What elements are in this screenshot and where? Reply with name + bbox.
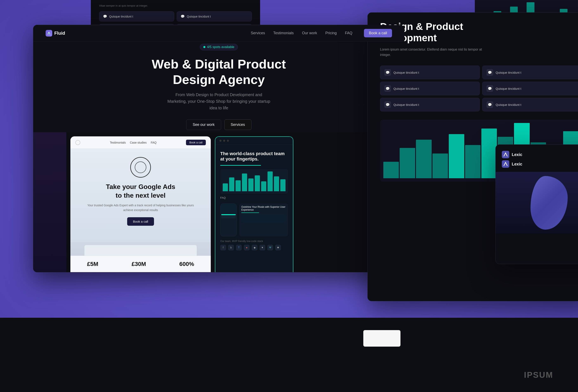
stats-bar: £5M £30M 600%	[70, 256, 211, 272]
portfolio-card-partial-left	[33, 132, 66, 272]
portfolio-card-google-ads: Testimonials Case studies FAQ Book a cal…	[70, 136, 211, 272]
chat-item: 💬 Quisque tincidunt t	[177, 11, 252, 21]
phone-card-desc: Outshine Your Rivals with Superior User …	[241, 206, 286, 211]
see-work-button[interactable]: See our work	[186, 120, 221, 130]
item-text: Quisque tincidunt t	[496, 87, 521, 90]
svg-rect-1	[502, 160, 509, 168]
lexic-logo-text-1: Lexic	[512, 152, 522, 157]
card-nav-faq: FAQ	[151, 141, 156, 144]
item-text: Quisque tincidunt t	[393, 71, 419, 74]
svg-rect-0	[502, 151, 509, 158]
services-button[interactable]: Services	[224, 120, 251, 130]
card-nav-cta[interactable]: Book a call	[186, 140, 206, 145]
bottom-section: IPSUM	[0, 318, 578, 392]
tech-icon: Ψ	[267, 245, 273, 251]
tech-icon: ◆	[252, 245, 257, 251]
portfolio-card-product-team: The world-class product team at your fin…	[215, 136, 293, 272]
bottom-ipsum-text: IPSUM	[524, 370, 553, 380]
hero-section: 4/5 spots available Web & Digital Produc…	[33, 42, 404, 132]
availability-badge: 4/5 spots available	[200, 44, 238, 50]
nav-links: Services Testimonials Our work Pricing F…	[251, 29, 392, 37]
hero-subtitle: From Web Design to Product Development a…	[167, 91, 270, 111]
list-item: 💬 Quisque tincidunt t	[380, 98, 480, 111]
card-nav: Testimonials Case studies FAQ Book a cal…	[70, 136, 211, 149]
right-card-title: The world-class product team at your fin…	[220, 151, 288, 162]
nav-our-work[interactable]: Our work	[302, 31, 317, 35]
tech-icon: ✱	[275, 245, 281, 251]
item-icon: 💬	[384, 101, 391, 108]
second-window-desc: Lorem ipsum amet consectetur. Eleifend d…	[380, 47, 483, 57]
list-item: 💬 Quisque tincidunt t	[380, 66, 480, 79]
tech-stack-label: Our team, MVP friendly low-code stack	[220, 240, 288, 243]
lexic-hero-image	[496, 172, 578, 234]
item-text: Quisque tincidunt t	[496, 103, 521, 106]
right-card-chart	[220, 169, 288, 194]
item-icon: 💬	[384, 85, 391, 92]
card-nav-case-studies: Case studies	[130, 141, 146, 144]
card-desc: Your trusted Google Ads Expert with a tr…	[83, 203, 198, 212]
second-window-items-grid: 💬 Quisque tincidunt t 💬 Quisque tincidun…	[368, 61, 578, 116]
portfolio-section: Testimonials Case studies FAQ Book a cal…	[33, 132, 404, 272]
tech-icon: ▼	[259, 245, 265, 251]
nav-faq[interactable]: FAQ	[345, 31, 352, 35]
card-cta-button[interactable]: Book a call	[127, 217, 154, 226]
lexic-logo-icon-1	[502, 151, 509, 158]
lexic-decorative-shape	[530, 176, 568, 230]
teal-divider	[220, 165, 261, 166]
main-browser-window: Fluid Services Testimonials Our work Pri…	[33, 25, 405, 272]
nav-testimonials[interactable]: Testimonials	[273, 31, 294, 35]
lexic-logo-row-1: Lexic	[502, 151, 578, 158]
item-text: Quisque tincidunt t	[496, 71, 521, 74]
tech-icons: f b T ● ◆ ▼ Ψ ✱	[220, 245, 288, 251]
logo-text: Fluid	[54, 31, 65, 36]
badge-dot	[203, 46, 205, 48]
hero-buttons: See our work Services	[186, 120, 251, 130]
tech-icon: b	[228, 245, 234, 251]
lexic-logo-icon-2	[502, 160, 509, 168]
lexic-logo-text-2: Lexic	[512, 162, 522, 167]
logo-icon	[46, 30, 52, 37]
nav-book-call-button[interactable]: Book a call	[364, 29, 392, 37]
stat-1: £5M	[87, 261, 98, 267]
nav-pricing[interactable]: Pricing	[325, 31, 337, 35]
item-icon: 💬	[486, 101, 493, 108]
card-circle	[130, 157, 151, 178]
lexic-window: Lexic Lexic	[495, 144, 578, 264]
hero-title: Web & Digital Product Design Agency	[152, 56, 286, 87]
list-item: 💬 Quisque tincidunt t	[482, 98, 578, 111]
white-card	[363, 330, 400, 347]
stat-3: 600%	[179, 261, 194, 267]
right-card-label: FAQ	[220, 196, 288, 199]
card-nav-links: Testimonials Case studies FAQ	[110, 141, 156, 144]
list-item: 💬 Quisque tincidunt t	[482, 82, 578, 95]
card-nav-testimonials: Testimonials	[110, 141, 126, 144]
tech-icon: T	[236, 245, 242, 251]
stat-2: £30M	[132, 261, 146, 267]
right-card-phones: Outshine Your Rivals with Superior User …	[220, 203, 288, 236]
card-content: Take your Google Ads to the next level Y…	[70, 149, 211, 242]
lexic-logo-row-2: Lexic	[502, 160, 578, 168]
item-icon: 💬	[486, 69, 493, 76]
chat-item: 💬 Quisque tincidunt t	[99, 11, 174, 21]
card-title: Take your Google Ads to the next level	[83, 183, 198, 200]
right-card-nav	[215, 137, 293, 145]
second-window-title: Design & Product Devlopment	[380, 21, 578, 44]
nav-services[interactable]: Services	[251, 31, 265, 35]
badge-text: 4/5 spots available	[207, 45, 235, 49]
logo[interactable]: Fluid	[46, 30, 65, 37]
list-item: 💬 Quisque tincidunt t	[482, 66, 578, 79]
item-icon: 💬	[384, 69, 391, 76]
tech-icon: f	[220, 245, 226, 251]
lexic-header: Lexic Lexic	[496, 145, 578, 172]
right-card-content: The world-class product team at your fin…	[215, 145, 293, 257]
navigation: Fluid Services Testimonials Our work Pri…	[33, 25, 404, 42]
item-text: Quisque tincidunt t	[393, 103, 419, 106]
item-text: Quisque tincidunt t	[393, 87, 419, 90]
item-icon: 💬	[486, 85, 493, 92]
list-item: 💬 Quisque tincidunt t	[380, 82, 480, 95]
tech-icon: ●	[244, 245, 249, 251]
